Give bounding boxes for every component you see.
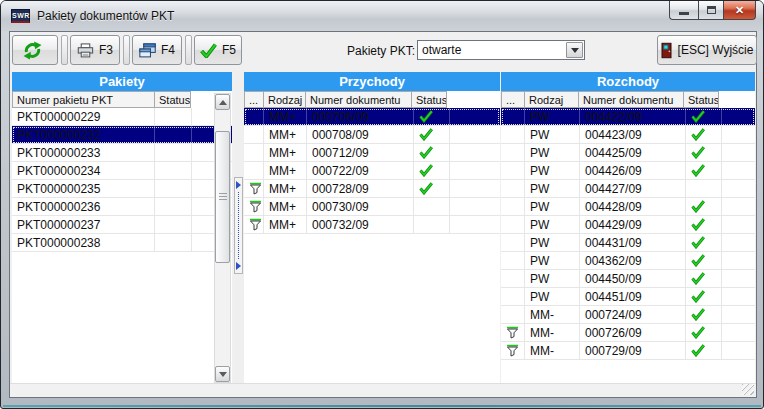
minimize-button[interactable] (669, 1, 698, 20)
table-cell: MM- (525, 342, 580, 359)
window-title: Pakiety dokumentów PKT (37, 9, 174, 23)
table-cell: 004422/09 (580, 108, 686, 125)
table-row[interactable]: PKT000000232 (12, 126, 232, 144)
resize-grip[interactable] (742, 384, 754, 395)
table-cell (155, 180, 192, 197)
column-header[interactable]: Rodzaj (524, 91, 579, 108)
table-cell (501, 198, 525, 215)
przychody-table: MM+000706/09MM+000708/09MM+000712/09MM+0… (244, 108, 500, 234)
table-row[interactable]: PKT000000237 (12, 216, 232, 234)
table-cell: 004429/09 (580, 216, 686, 233)
column-header[interactable]: Numer dokumentu (305, 91, 412, 108)
table-row[interactable]: MM-000729/09 (501, 342, 755, 360)
check-icon (686, 126, 722, 143)
table-row[interactable]: PW004426/09 (501, 162, 755, 180)
approve-f5-button[interactable]: F5 (194, 35, 242, 65)
table-cell: 004428/09 (580, 198, 686, 215)
table-row[interactable]: PW004427/09 (501, 180, 755, 198)
table-row[interactable]: MM-000726/09 (501, 324, 755, 342)
table-row[interactable]: MM-000724/09 (501, 306, 755, 324)
exit-button-label: [ESC] Wyjście (678, 43, 754, 57)
combobox-dropdown-button[interactable] (566, 42, 583, 58)
table-row[interactable]: PKT000000238 (12, 234, 232, 252)
table-row[interactable]: MM+000712/09 (244, 144, 500, 162)
column-header[interactable]: Status (154, 91, 191, 108)
scroll-thumb[interactable] (215, 131, 230, 263)
close-button[interactable]: ✕ (723, 1, 756, 20)
column-header[interactable]: Rodzaj (263, 91, 306, 108)
column-header[interactable]: Numer pakietu PKT (12, 91, 155, 108)
table-cell: PW (525, 180, 580, 197)
printer-icon (77, 43, 94, 58)
table-cell: PW (525, 144, 580, 161)
table-cell: PW (525, 198, 580, 215)
table-row[interactable]: MM+000722/09 (244, 162, 500, 180)
table-row[interactable]: PKT000000235 (12, 180, 232, 198)
column-header[interactable]: ... (244, 91, 264, 108)
table-row[interactable]: PW004362/09 (501, 252, 755, 270)
splitter-handle[interactable] (234, 177, 243, 274)
door-icon (661, 42, 673, 59)
refresh-button[interactable] (12, 35, 58, 65)
table-row[interactable]: MM+000708/09 (244, 126, 500, 144)
table-row[interactable]: PKT000000229 (12, 108, 232, 126)
table-row[interactable]: MM+000732/09 (244, 216, 500, 234)
table-row[interactable]: PW004422/09 (501, 108, 755, 126)
column-header[interactable]: Numer dokumentu (578, 91, 684, 108)
table-cell: PW (525, 126, 580, 143)
table-cell (501, 162, 525, 179)
table-cell: 004426/09 (580, 162, 686, 179)
table-row[interactable]: PKT000000233 (12, 144, 232, 162)
table-cell: PKT000000235 (12, 180, 155, 197)
column-header[interactable]: Status (683, 91, 719, 108)
documents-f4-button[interactable]: F4 (132, 35, 182, 65)
table-row[interactable]: PKT000000236 (12, 198, 232, 216)
table-row[interactable]: MM+000706/09 (244, 108, 500, 126)
table-row[interactable]: PW004450/09 (501, 270, 755, 288)
check-icon (686, 252, 722, 269)
maximize-button[interactable] (698, 1, 723, 20)
table-cell: 000722/09 (307, 162, 414, 179)
column-header[interactable]: ... (501, 91, 525, 108)
pakiety-column-headers: Numer pakietu PKTStatus (12, 91, 232, 108)
przychody-column-headers: ...RodzajNumer dokumentuStatus (244, 91, 500, 108)
print-f3-label: F3 (99, 43, 113, 57)
table-row[interactable]: MM+000728/09 (244, 180, 500, 198)
table-row[interactable]: PW004425/09 (501, 144, 755, 162)
funnel-icon (501, 324, 525, 341)
table-row[interactable]: PKT000000234 (12, 162, 232, 180)
table-row[interactable]: PW004429/09 (501, 216, 755, 234)
table-row[interactable]: PW004423/09 (501, 126, 755, 144)
table-cell: 004431/09 (580, 234, 686, 251)
scroll-down-button[interactable] (215, 366, 230, 382)
panel-splitter[interactable] (234, 70, 244, 385)
arrow-down-icon (219, 372, 227, 377)
table-cell (244, 126, 264, 143)
table-cell (501, 216, 525, 233)
pakiety-table: PKT000000229PKT000000232PKT000000233PKT0… (12, 108, 232, 252)
scroll-up-button[interactable] (215, 94, 230, 110)
table-row[interactable]: PW004451/09 (501, 288, 755, 306)
check-icon (414, 162, 450, 179)
table-row[interactable]: MM+000730/09 (244, 198, 500, 216)
check-icon (686, 108, 722, 125)
table-cell: MM+ (264, 144, 307, 161)
exit-button[interactable]: [ESC] Wyjście (657, 35, 757, 65)
table-cell: MM- (525, 324, 580, 341)
pakiety-pkt-combobox[interactable]: otwarte (417, 40, 585, 60)
toolbar-separator (61, 35, 68, 65)
table-row[interactable]: PW004428/09 (501, 198, 755, 216)
close-icon: ✕ (735, 4, 744, 17)
table-cell: MM+ (264, 162, 307, 179)
title-bar[interactable]: SWR Pakiety dokumentów PKT (1, 1, 763, 31)
refresh-icon (23, 41, 42, 60)
splitter-arrow-icon (236, 181, 241, 189)
check-icon (414, 108, 450, 125)
print-f3-button[interactable]: F3 (70, 35, 120, 65)
check-icon (686, 198, 722, 215)
column-header[interactable]: Status (411, 91, 447, 108)
pakiety-scrollbar[interactable] (214, 93, 231, 383)
table-cell (155, 234, 192, 251)
table-cell: MM+ (264, 108, 307, 125)
table-row[interactable]: PW004431/09 (501, 234, 755, 252)
